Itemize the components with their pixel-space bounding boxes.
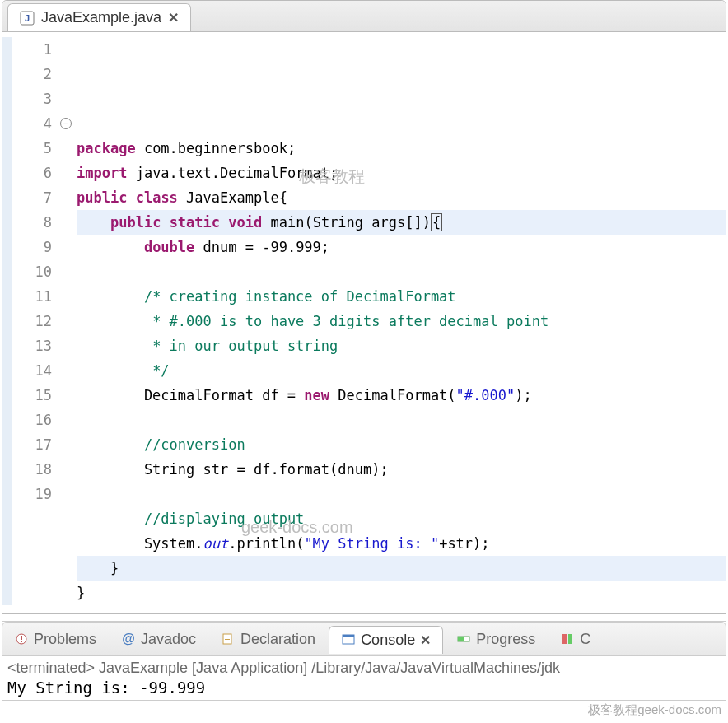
bottom-tab-bar: Problems @ Javadoc Declaration Console ✕…: [2, 622, 726, 656]
tab-coverage[interactable]: C: [548, 626, 602, 653]
svg-rect-3: [21, 636, 22, 640]
javadoc-icon: @: [121, 632, 136, 646]
progress-icon: [456, 632, 471, 646]
line-number-gutter: 12345678910111213141516171819: [12, 37, 60, 605]
console-body[interactable]: <terminated> JavaExample [Java Applicati…: [2, 656, 726, 701]
coverage-icon: [560, 632, 575, 646]
tab-console[interactable]: Console ✕: [329, 626, 443, 654]
code-line[interactable]: System.out.println("My String is: "+str)…: [77, 531, 726, 556]
code-line[interactable]: String str = df.format(dnum);: [77, 457, 726, 482]
code-line[interactable]: double dnum = -99.999;: [77, 235, 726, 259]
tab-declaration[interactable]: Declaration: [209, 626, 327, 653]
code-line[interactable]: DecimalFormat df = new DecimalFormat("#.…: [77, 383, 726, 408]
code-line[interactable]: */: [77, 358, 726, 383]
tab-label: Console: [361, 632, 415, 649]
console-icon: [341, 632, 356, 647]
code-line[interactable]: /* creating instance of DecimalFormat: [77, 284, 726, 309]
svg-rect-11: [458, 637, 464, 641]
svg-rect-13: [568, 634, 572, 644]
code-line[interactable]: [77, 408, 726, 432]
fold-strip: −: [60, 37, 77, 605]
code-line[interactable]: //conversion: [77, 432, 726, 457]
code-line[interactable]: public static void main(String args[]){: [77, 210, 726, 235]
footer-watermark: 极客教程geek-docs.com: [588, 702, 721, 718]
code-area[interactable]: 12345678910111213141516171819 − 极客教程 gee…: [2, 32, 726, 613]
code-line[interactable]: * #.000 is to have 3 digits after decima…: [77, 309, 726, 334]
tab-progress[interactable]: Progress: [445, 626, 547, 653]
code-line[interactable]: }: [77, 581, 726, 605]
tab-label: Problems: [34, 631, 96, 648]
java-file-icon: J: [20, 11, 35, 26]
close-icon[interactable]: ✕: [420, 632, 431, 648]
console-status: <terminated> JavaExample [Java Applicati…: [7, 660, 721, 677]
svg-rect-7: [225, 639, 230, 640]
code-line[interactable]: import java.text.DecimalFormat;: [77, 161, 726, 185]
tab-label: C: [580, 631, 590, 648]
editor-tab-label: JavaExample.java: [41, 9, 161, 26]
tab-problems[interactable]: Problems: [2, 626, 108, 653]
close-icon[interactable]: ✕: [168, 10, 179, 26]
console-output: My String is: -99.999: [7, 677, 721, 697]
tab-label: Progress: [476, 631, 535, 648]
svg-text:J: J: [25, 13, 30, 23]
code-line[interactable]: //displaying output: [77, 506, 726, 531]
code-line[interactable]: [77, 482, 726, 506]
code-line[interactable]: * in our output string: [77, 334, 726, 358]
code-line[interactable]: [77, 259, 726, 284]
svg-rect-6: [225, 637, 230, 637]
svg-rect-9: [343, 635, 354, 637]
tab-label: Declaration: [240, 631, 315, 648]
overview-ruler: [2, 37, 12, 605]
declaration-icon: [221, 632, 236, 646]
svg-rect-12: [562, 634, 567, 644]
editor-tab-bar: J JavaExample.java ✕: [2, 1, 726, 32]
code-lines[interactable]: 极客教程 geek-docs.com package com.beginners…: [77, 37, 726, 605]
fold-toggle-icon[interactable]: −: [60, 118, 72, 129]
editor-panel: J JavaExample.java ✕ 1234567891011121314…: [2, 0, 726, 614]
bottom-panel: Problems @ Javadoc Declaration Console ✕…: [2, 621, 726, 701]
code-line[interactable]: package com.beginnersbook;: [77, 136, 726, 161]
editor-tab[interactable]: J JavaExample.java ✕: [7, 3, 191, 31]
code-line[interactable]: public class JavaExample{: [77, 185, 726, 210]
svg-rect-4: [21, 641, 22, 642]
tab-javadoc[interactable]: @ Javadoc: [110, 626, 208, 653]
problems-icon: [14, 632, 29, 646]
code-line[interactable]: }: [77, 556, 726, 581]
tab-label: Javadoc: [141, 631, 196, 648]
